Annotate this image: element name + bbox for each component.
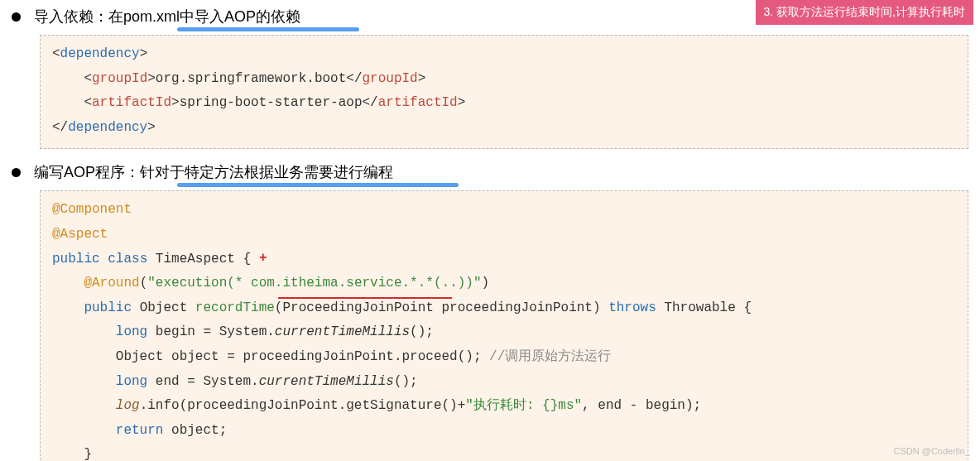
underline-red <box>278 297 452 299</box>
heading-2-text: 编写AOP程序：针对于特定方法根据业务需要进行编程 <box>34 162 393 182</box>
section-aop: 编写AOP程序：针对于特定方法根据业务需要进行编程 @Component @As… <box>12 162 968 461</box>
underline-blue-1 <box>177 27 359 31</box>
code-java: @Component @Aspect public class TimeAspe… <box>40 190 968 461</box>
section-dependency: 导入依赖：在pom.xml中导入AOP的依赖 <dependency> <gro… <box>12 7 968 149</box>
plus-marker: + <box>259 247 267 271</box>
bullet-icon <box>12 168 21 177</box>
watermark: CSDN @Coderlin_ <box>894 446 970 456</box>
heading-2: 编写AOP程序：针对于特定方法根据业务需要进行编程 <box>12 162 968 182</box>
heading-1: 导入依赖：在pom.xml中导入AOP的依赖 <box>12 7 968 26</box>
heading-1-text: 导入依赖：在pom.xml中导入AOP的依赖 <box>34 7 300 26</box>
underline-blue-2 <box>177 183 459 187</box>
bullet-icon <box>12 12 21 22</box>
code-xml: <dependency> <groupId>org.springframewor… <box>40 35 968 149</box>
